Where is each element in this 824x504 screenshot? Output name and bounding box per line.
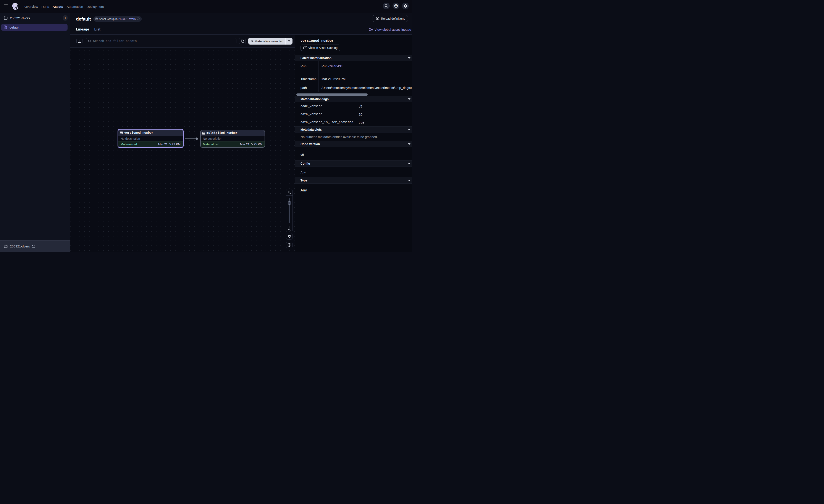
- svg-text:?: ?: [395, 5, 397, 7]
